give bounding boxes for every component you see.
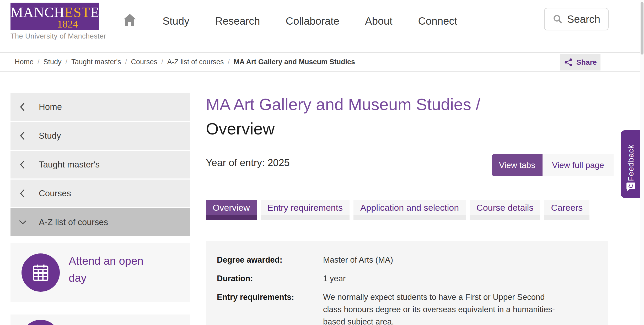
- scrollbar-thumb[interactable]: [641, 2, 643, 55]
- view-full-page-button[interactable]: View full page: [543, 154, 614, 176]
- fact-value: We normally expect students to have a Fi…: [323, 291, 562, 325]
- sidebar-item-label: A-Z list of courses: [39, 217, 108, 227]
- page: MANCHESTER 1824 The University of Manche…: [0, 0, 644, 325]
- logo-wordmark-pre: MANCH: [10, 4, 65, 20]
- year-of-entry: Year of entry: 2025: [206, 157, 290, 169]
- sidebar-item-label: Study: [39, 131, 61, 141]
- fact-label: Entry requirements:: [217, 291, 323, 325]
- breadcrumb-study[interactable]: Study: [44, 58, 62, 66]
- tab-course-details[interactable]: Course details: [470, 200, 540, 220]
- download-label: Download: [69, 321, 179, 325]
- feedback-smiley-icon: [625, 181, 636, 193]
- primary-nav: Study Research Collaborate About Connect: [123, 0, 457, 42]
- sidebar-item-az-list[interactable]: A-Z list of courses: [10, 208, 190, 236]
- logo-tagline: The University of Manchester: [10, 32, 106, 40]
- chevron-left-icon: [19, 160, 27, 169]
- page-title-course: MA Art Gallery and Museum Studies /: [206, 92, 599, 117]
- open-day-card[interactable]: Attend an open day: [10, 243, 190, 302]
- logo-year: 1824: [10, 19, 99, 29]
- tab-overview[interactable]: Overview: [206, 200, 257, 220]
- fact-row-degree: Degree awarded: Master of Arts (MA): [217, 254, 608, 266]
- tab-careers[interactable]: Careers: [544, 200, 589, 220]
- chevron-down-icon: [19, 219, 27, 226]
- chevron-left-icon: [19, 131, 27, 140]
- breadcrumb-az-list[interactable]: A-Z list of courses: [167, 58, 224, 66]
- breadcrumb-separator: /: [37, 58, 40, 66]
- nav-item-study[interactable]: Study: [163, 15, 189, 27]
- breadcrumb-current: MA Art Gallery and Museum Studies: [234, 58, 355, 66]
- breadcrumb-separator: /: [66, 58, 68, 66]
- sidebar-item-courses[interactable]: Courses: [10, 180, 190, 207]
- site-header: MANCHESTER 1824 The University of Manche…: [0, 0, 644, 52]
- sidebar-item-label: Taught master's: [39, 160, 100, 170]
- fact-value: Master of Arts (MA): [323, 254, 393, 266]
- nav-item-collaborate[interactable]: Collaborate: [286, 15, 340, 27]
- view-tabs-button[interactable]: View tabs: [492, 154, 543, 176]
- search-icon: [552, 14, 563, 24]
- logo-wordmark-post: ER: [90, 4, 109, 20]
- chevron-left-icon: [19, 102, 27, 111]
- view-toggle: View tabs View full page: [492, 154, 614, 176]
- tab-application-selection[interactable]: Application and selection: [353, 200, 466, 220]
- search-button[interactable]: Search: [544, 8, 609, 30]
- nav-item-about[interactable]: About: [365, 15, 393, 27]
- breadcrumb-separator: /: [125, 58, 127, 66]
- fact-label: Duration:: [217, 272, 323, 285]
- scrollbar-track[interactable]: [640, 0, 644, 325]
- logo-wordmark-mid: EST: [65, 4, 90, 20]
- nav-home-link[interactable]: [123, 13, 137, 29]
- feedback-label: Feedback: [626, 134, 635, 181]
- fact-row-entry-requirements: Entry requirements: We normally expect s…: [217, 291, 608, 325]
- nav-item-connect[interactable]: Connect: [418, 15, 457, 27]
- breadcrumb-home[interactable]: Home: [15, 58, 34, 66]
- calendar-icon: [22, 253, 60, 292]
- page-title: MA Art Gallery and Museum Studies / Over…: [206, 92, 599, 141]
- share-button[interactable]: Share: [560, 54, 600, 71]
- feedback-button[interactable]: Feedback: [621, 130, 641, 198]
- breadcrumb-courses[interactable]: Courses: [131, 58, 157, 66]
- breadcrumb-separator: /: [161, 58, 163, 66]
- sidebar-item-label: Courses: [39, 188, 71, 198]
- search-label: Search: [567, 13, 600, 25]
- sidebar: Home Study Taught master's Courses A-Z l…: [10, 93, 190, 325]
- breadcrumb-taught-masters[interactable]: Taught master's: [71, 58, 121, 66]
- university-logo[interactable]: MANCHESTER 1824 The University of Manche…: [10, 3, 106, 40]
- course-tabs: Overview Entry requirements Application …: [206, 200, 589, 220]
- breadcrumb-separator: /: [228, 58, 230, 66]
- page-title-section: Overview: [206, 117, 599, 141]
- logo-crest: MANCHESTER 1824: [10, 3, 99, 30]
- sidebar-item-label: Home: [39, 102, 62, 112]
- share-icon: [564, 58, 573, 67]
- breadcrumb-bar: Home / Study / Taught master's / Courses…: [0, 52, 644, 72]
- home-icon: [123, 13, 137, 29]
- open-day-label: Attend an open day: [69, 252, 159, 286]
- nav-item-research[interactable]: Research: [215, 15, 260, 27]
- breadcrumb: Home / Study / Taught master's / Courses…: [15, 53, 355, 71]
- chevron-left-icon: [19, 189, 27, 198]
- sidebar-item-home[interactable]: Home: [10, 93, 190, 121]
- share-label: Share: [576, 58, 597, 67]
- logo-wordmark: MANCHESTER: [10, 5, 99, 19]
- fact-row-duration: Duration: 1 year: [217, 272, 608, 285]
- fact-label: Degree awarded:: [217, 254, 323, 266]
- sidebar-item-study[interactable]: Study: [10, 122, 190, 150]
- sidebar-item-taught-masters[interactable]: Taught master's: [10, 151, 190, 178]
- fact-value: 1 year: [323, 272, 346, 285]
- download-card[interactable]: Download: [10, 315, 190, 325]
- tab-entry-requirements[interactable]: Entry requirements: [261, 200, 350, 220]
- course-facts-panel: Degree awarded: Master of Arts (MA) Dura…: [206, 241, 608, 325]
- download-circle-icon: [22, 320, 60, 325]
